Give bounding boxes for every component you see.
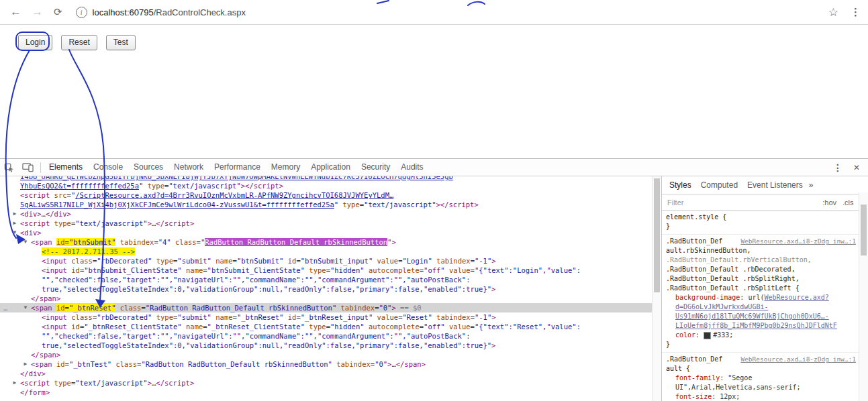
code-line[interactable]: true,"selectedToggleStateIndex":0,"valid… [0, 341, 661, 350]
code-line[interactable]: ▼<span id="btnSubmit" tabindex="4" class… [0, 237, 661, 247]
devtools-tab-performance[interactable]: Performance [209, 159, 266, 176]
code-line[interactable]: <script src="/ScriptResource.axd?d=4Brr3… [0, 190, 661, 200]
elements-scrollbar[interactable] [652, 176, 661, 401]
url-host: localhost:60795 [93, 7, 154, 17]
code-line[interactable]: </span> [0, 294, 661, 303]
devtools-tab-security[interactable]: Security [356, 159, 395, 176]
devtools-tab-application[interactable]: Application [305, 159, 356, 176]
browser-window: ← → ⟳ i localhost:60795/RadControlCheck.… [0, 0, 868, 401]
elements-panel: I4bU_oAnKU_qLTWcbZhpG5bITFbjNKU_5bXNLFI8… [0, 176, 662, 401]
more-actions-icon[interactable]: … [3, 303, 7, 312]
collapse-arrow-icon[interactable]: ▼ [21, 303, 30, 312]
inspect-element-icon[interactable] [0, 159, 18, 176]
code-line[interactable]: ▶<script type="text/javascript">…</scrip… [0, 378, 661, 388]
code-line[interactable]: "","checked":false,"target":"","navigate… [0, 331, 661, 341]
expand-arrow-icon[interactable]: ▶ [21, 359, 30, 369]
code-line[interactable]: YhbuEsQO2&t=ffffffffeffed25a" type="text… [0, 181, 661, 190]
devtools-tab-sources[interactable]: Sources [128, 159, 168, 176]
code-line[interactable]: ▼<div> [0, 228, 661, 237]
stylesheet-source-link[interactable]: WebResource.axd…i8-zDdg inw…:1 [736, 237, 856, 246]
styles-pane-tabs: StylesComputedEvent Listeners» [662, 176, 868, 194]
code-line[interactable]: <!-- 2017.2.711.35 --> [0, 247, 661, 256]
code-line[interactable]: </form> [0, 388, 661, 397]
code-line[interactable]: <input class="rbDecorated" type="submit"… [0, 256, 661, 266]
page-content: Login Reset Test [0, 25, 868, 158]
collapse-arrow-icon[interactable]: ▼ [11, 228, 19, 237]
devtools-tabs: ElementsConsoleSourcesNetworkPerformance… [44, 159, 429, 176]
style-rule[interactable]: element.style {} [662, 211, 868, 235]
devtools-tab-console[interactable]: Console [88, 159, 128, 176]
url-path: /RadControlCheck.aspx [154, 7, 246, 17]
device-toolbar-icon[interactable] [18, 159, 38, 176]
filter-toggles: :hov.cls+ [816, 198, 864, 207]
bookmark-star-icon[interactable]: ☆ [828, 5, 838, 19]
code-line[interactable]: ▶<span id="_btnTest" class="RadButton Ra… [0, 359, 661, 369]
code-line[interactable]: I4bU_oAnKU_qLTWcbZhpG5bITFbjNKU_5bXNLFI8… [0, 176, 661, 181]
code-line[interactable]: </div> [0, 369, 661, 378]
style-rule[interactable]: .RadButton_DefWebResource.axd…i8-zDdg in… [662, 235, 868, 353]
code-line[interactable]: true,"selectedToggleStateIndex":0,"valid… [0, 284, 661, 294]
code-line[interactable]: ▶<script type="text/javascript">…</scrip… [0, 219, 661, 228]
sidebar-tab-event-listeners[interactable]: Event Listeners [742, 180, 808, 190]
page-info-icon[interactable]: i [76, 7, 87, 18]
styles-filter-bar: :hov.cls+ [662, 194, 868, 211]
devtools-tab-memory[interactable]: Memory [266, 159, 305, 176]
reload-icon[interactable]: ⟳ [54, 0, 62, 24]
devtools-tab-elements[interactable]: Elements [44, 159, 88, 176]
devtools-panel: ElementsConsoleSourcesNetworkPerformance… [0, 158, 868, 401]
sidebar-tab-computed[interactable]: Computed [696, 180, 742, 190]
pseudo-state-toggle[interactable]: :hov [822, 198, 836, 207]
back-icon[interactable]: ← [10, 0, 21, 24]
devtools-toolbar: ElementsConsoleSourcesNetworkPerformance… [0, 159, 868, 176]
code-line[interactable]: </span> [0, 350, 661, 359]
expand-arrow-icon[interactable]: ▶ [11, 219, 19, 228]
resource-link[interactable]: d=DG6oLvJkMJwrkxdwUGBi- [675, 302, 768, 312]
code-line[interactable]: <input id="_btnReset_ClientState" name="… [0, 322, 661, 331]
code-line[interactable]: ▶<div>…</div> [0, 209, 661, 219]
styles-rules: element.style {}.RadButton_DefWebResourc… [662, 211, 868, 401]
devtools-tab-audits[interactable]: Audits [395, 159, 428, 176]
sidebar-tab-styles[interactable]: Styles [665, 180, 696, 190]
resource-link[interactable]: LIoUefm8jff8b_IiMbfM9Pbg0b29nsQhJDFldNtF [675, 321, 837, 331]
code-line[interactable]: <input id="btnSubmit_ClientState" name="… [0, 266, 661, 275]
collapse-arrow-icon[interactable]: ▼ [21, 237, 30, 247]
code-line[interactable]: "","checked":false,"target":"","navigate… [0, 275, 661, 284]
resource-link[interactable]: Us91mN6ojd18lTuQMc69WfUkBjChgoh0DxU6…- [675, 312, 829, 321]
elements-tree: I4bU_oAnKU_qLTWcbZhpG5bITFbjNKU_5bXNLFI8… [0, 176, 661, 397]
expand-arrow-icon[interactable]: ▶ [11, 378, 19, 388]
reset-button[interactable]: Reset [61, 35, 97, 50]
class-toggle[interactable]: .cls [842, 198, 854, 207]
code-line[interactable]: 5gALiwS5R17NILP_WjXi4bj0XjXkCFJmCe9wlWri… [0, 200, 661, 209]
tab-overflow-icon[interactable]: » [809, 180, 814, 190]
devtools-menu-icon[interactable]: ⋮ [825, 162, 851, 173]
forward-icon[interactable]: → [32, 0, 43, 24]
toolbar-divider [40, 162, 41, 173]
resource-link[interactable]: WebResource.axd? [764, 293, 828, 302]
stylesheet-source-link[interactable]: WebResource.axd…i8-zDdg inw…:1 [736, 355, 856, 364]
login-button[interactable]: Login [18, 35, 52, 50]
styles-scrollbar[interactable] [859, 192, 868, 401]
code-line[interactable]: ▼…<span id="_btnReset" class="RadButton … [0, 303, 661, 312]
devtools-close-icon[interactable]: ✕ [851, 163, 868, 172]
address-bar[interactable]: localhost:60795/RadControlCheck.aspx [93, 7, 246, 17]
devtools-tab-network[interactable]: Network [168, 159, 209, 176]
code-line[interactable]: <input class="rbDecorated" type="submit"… [0, 312, 661, 322]
color-swatch[interactable] [704, 332, 711, 339]
style-rule[interactable]: .RadButton_DefWebResource.axd…i8-zDdg in… [662, 353, 868, 401]
test-button[interactable]: Test [106, 35, 136, 50]
browser-toolbar: ← → ⟳ i localhost:60795/RadControlCheck.… [0, 0, 868, 25]
browser-menu-icon[interactable]: ⋮ [851, 6, 860, 18]
scrollbar-thumb[interactable] [654, 178, 660, 292]
styles-sidebar: StylesComputedEvent Listeners» :hov.cls+… [662, 176, 868, 401]
expand-arrow-icon[interactable]: ▶ [11, 209, 19, 219]
scrollbar-thumb[interactable] [861, 205, 867, 255]
styles-filter-input[interactable] [666, 198, 816, 207]
